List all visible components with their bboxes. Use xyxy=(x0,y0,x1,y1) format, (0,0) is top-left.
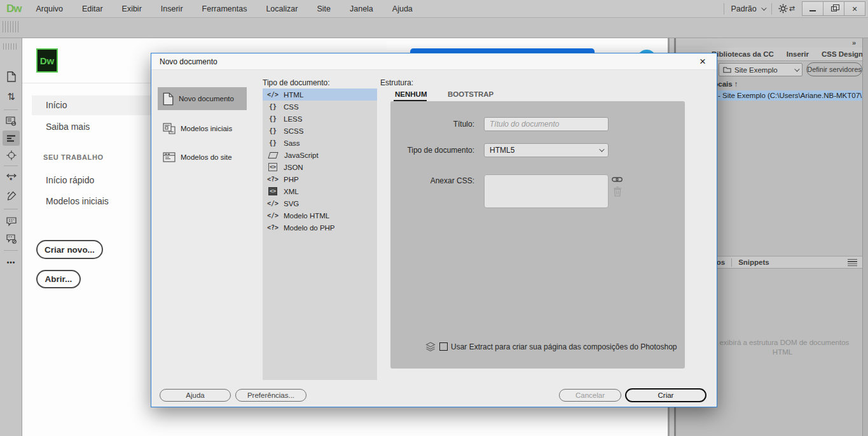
menu-arquivo[interactable]: Arquivo xyxy=(27,0,72,18)
app-logo: Dw xyxy=(6,3,22,15)
panel-menu-icon[interactable] xyxy=(848,259,857,266)
tab-snippets[interactable]: Snippets xyxy=(732,258,776,266)
divider xyxy=(4,209,18,209)
braces-icon: {} xyxy=(266,127,280,134)
folder-icon xyxy=(723,66,731,73)
list-inspect-icon xyxy=(6,116,17,126)
cancelar-button[interactable]: Cancelar xyxy=(559,389,621,402)
category-modelos-iniciais[interactable]: Modelos iniciais xyxy=(158,117,247,140)
chevron-down-icon xyxy=(599,146,604,151)
menu-exibir[interactable]: Exibir xyxy=(113,0,151,18)
php-icon: <?> xyxy=(266,176,280,183)
doc-type-xml[interactable]: <>XML xyxy=(263,185,377,197)
definir-servidores-button[interactable]: Definir servidores xyxy=(806,62,862,76)
menu-inserir[interactable]: Inserir xyxy=(151,0,193,18)
menu-editar[interactable]: Editar xyxy=(72,0,113,18)
dock-scrollbar[interactable] xyxy=(862,38,868,436)
menu-janela[interactable]: Janela xyxy=(340,0,383,18)
restore-button[interactable] xyxy=(823,1,844,16)
doc-type-css[interactable]: {}CSS xyxy=(263,101,377,113)
menu-ferramentas[interactable]: Ferramentas xyxy=(193,0,257,18)
anexar-css-box[interactable] xyxy=(484,174,609,208)
up-down-arrows-icon: ⇅ xyxy=(7,91,15,102)
workspace-switcher[interactable]: Padrão xyxy=(731,4,764,13)
dialog-close-icon[interactable]: × xyxy=(696,55,709,68)
remove-css-button[interactable] xyxy=(613,186,622,197)
doc-type-less[interactable]: {}LESS xyxy=(263,113,377,125)
minimize-icon xyxy=(809,10,816,11)
category-modelos-do-site[interactable]: Modelos do site xyxy=(158,146,247,169)
code-icon: </> xyxy=(266,200,280,207)
doc-type-sass[interactable]: {}Sass xyxy=(263,137,377,149)
doc-type-scss[interactable]: {}SCSS xyxy=(263,125,377,137)
doc-type-html[interactable]: </>HTML xyxy=(263,88,377,101)
doc-type-modelo-php[interactable]: <?>Modelo do PHP xyxy=(263,222,377,234)
tipo-documento-select[interactable]: HTML5 xyxy=(484,143,609,157)
edit-tag-button[interactable] xyxy=(3,188,20,204)
site-templates-icon xyxy=(163,152,176,163)
doc-type-label: HTML xyxy=(284,91,303,99)
tab-nenhum[interactable]: NENHUM xyxy=(395,90,427,98)
nav-modelos-iniciais[interactable]: Modelos iniciais xyxy=(46,196,109,206)
file-management-button[interactable]: ⇅ xyxy=(3,89,20,104)
toolbar-grip[interactable] xyxy=(3,43,18,50)
sync-settings-button[interactable]: ⇄ xyxy=(778,4,795,13)
doc-type-json[interactable]: <>JSON xyxy=(263,161,377,173)
javascript-icon xyxy=(268,152,278,158)
anexar-css-label: Anexar CSS: xyxy=(385,176,474,185)
file-tree-row-label: Site - Site Exemplo (C:\Users\Ariane.NB-… xyxy=(703,90,862,101)
tipo-documento-label: Tipo de documento: xyxy=(385,146,474,155)
sync-arrows-icon: ⇄ xyxy=(789,4,795,13)
site-select[interactable]: Site Exemplo xyxy=(719,63,803,76)
menu-localizar[interactable]: Localizar xyxy=(256,0,307,18)
site-select-value: Site Exemplo xyxy=(734,66,778,74)
svg-text:*: * xyxy=(10,176,13,183)
tab-inserir[interactable]: Inserir xyxy=(780,50,815,58)
nav-saiba-mais[interactable]: Saiba mais xyxy=(46,122,90,132)
panel-grip[interactable] xyxy=(3,21,19,32)
nav-inicio-rapido[interactable]: Início rápido xyxy=(46,175,94,185)
restore-icon xyxy=(831,6,837,11)
apply-comment-button[interactable] xyxy=(3,214,20,229)
doc-type-modelo-html[interactable]: </>Modelo HTML xyxy=(263,209,377,222)
minimize-button[interactable] xyxy=(802,1,823,16)
category-novo-documento[interactable]: Novo documento xyxy=(158,87,247,110)
remove-comment-button[interactable] xyxy=(3,231,20,246)
abrir-button[interactable]: Abrir... xyxy=(36,270,81,288)
doc-type-svg[interactable]: </>SVG xyxy=(263,197,377,209)
menu-ajuda[interactable]: Ajuda xyxy=(383,0,422,18)
ajuda-button[interactable]: Ajuda xyxy=(160,389,231,402)
format-lines-icon xyxy=(6,135,16,142)
divider xyxy=(4,250,18,251)
doc-type-label: XML xyxy=(284,188,299,195)
doc-type-javascript[interactable]: JavaScript xyxy=(263,149,377,161)
doc-type-php[interactable]: <?>PHP xyxy=(263,173,377,185)
dialog-titlebar[interactable]: Novo documento × xyxy=(151,53,717,70)
titulo-input[interactable] xyxy=(484,117,609,131)
dom-panel-hint: l exibirá a estrutura DOM de documentos … xyxy=(714,338,851,357)
extract-checkbox[interactable] xyxy=(439,342,448,351)
tab-css-designer[interactable]: CSS Designer xyxy=(815,50,868,58)
inspect-mode-button[interactable] xyxy=(3,148,20,163)
code-icon: </> xyxy=(266,212,280,219)
toolbar-more-button[interactable]: ••• xyxy=(3,255,20,270)
format-source-button[interactable] xyxy=(3,130,20,146)
open-documents-button[interactable] xyxy=(3,69,20,84)
criar-button[interactable]: Criar xyxy=(625,388,706,402)
expand-abbreviation-button[interactable]: * xyxy=(3,171,20,186)
doc-type-label: Sass xyxy=(284,139,300,147)
tab-bootstrap[interactable]: BOOTSTRAP xyxy=(448,90,493,98)
menu-site[interactable]: Site xyxy=(307,0,340,18)
expand-asterisk-icon: * xyxy=(6,173,17,183)
divider xyxy=(724,3,724,15)
preferencias-button[interactable]: Preferências... xyxy=(235,389,307,402)
criar-novo-button[interactable]: Criar novo... xyxy=(36,240,103,259)
close-button[interactable]: × xyxy=(844,1,865,16)
comment-icon xyxy=(6,217,17,227)
nav-inicio[interactable]: Início xyxy=(46,100,67,110)
live-code-button[interactable] xyxy=(3,113,20,129)
dreamweaver-window: Dw Arquivo Editar Exibir Inserir Ferrame… xyxy=(0,0,868,436)
doc-type-label: SVG xyxy=(284,200,299,207)
attach-css-button[interactable] xyxy=(612,175,623,184)
collapse-panels-icon[interactable]: » xyxy=(852,39,856,46)
